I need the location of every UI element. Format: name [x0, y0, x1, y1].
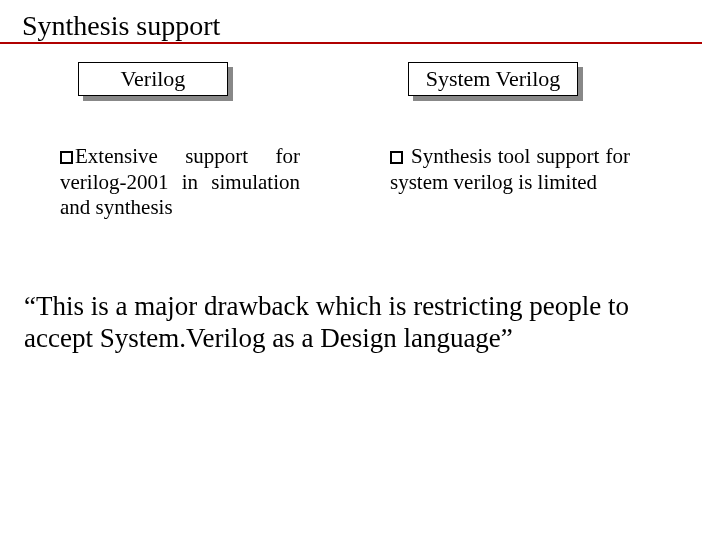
left-bullet-text: Extensive support for verilog-2001 in si… [60, 144, 300, 219]
left-heading-text: Verilog [121, 66, 186, 92]
right-heading-box: System Verilog [408, 62, 578, 96]
left-column: Verilog Extensive support for verilog-20… [60, 62, 310, 221]
left-bullet-row: Extensive support for verilog-2001 in si… [60, 144, 300, 221]
left-heading-label: Verilog [78, 62, 228, 96]
title-area: Synthesis support [0, 0, 702, 44]
quote-block: “This is a major drawback which is restr… [0, 291, 720, 355]
right-bullet-text: Synthesis tool support for system verilo… [390, 144, 630, 194]
square-bullet-icon [60, 151, 73, 164]
right-column: System Verilog Synthesis tool support fo… [390, 62, 640, 221]
quote-text: “This is a major drawback which is restr… [24, 291, 629, 353]
left-heading-box: Verilog [78, 62, 228, 96]
slide-title: Synthesis support [22, 10, 220, 41]
right-heading-text: System Verilog [426, 66, 561, 92]
right-bullet-block: Synthesis tool support for system verilo… [390, 144, 630, 195]
columns: Verilog Extensive support for verilog-20… [0, 44, 720, 221]
left-bullet-block: Extensive support for verilog-2001 in si… [60, 144, 300, 221]
square-bullet-icon [390, 151, 403, 164]
right-bullet-row: Synthesis tool support for system verilo… [390, 144, 630, 195]
slide: Synthesis support Verilog Extensive supp… [0, 0, 720, 540]
right-heading-label: System Verilog [408, 62, 578, 96]
